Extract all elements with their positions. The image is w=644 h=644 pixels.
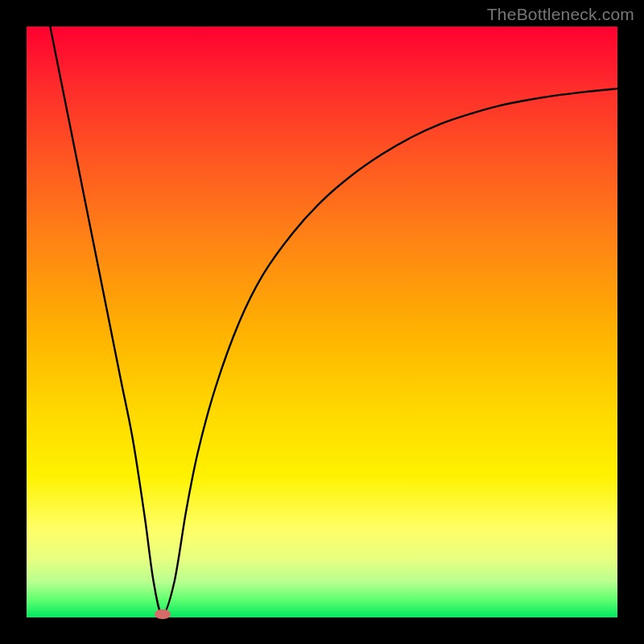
chart-frame: TheBottleneck.com bbox=[0, 0, 644, 644]
bottleneck-curve bbox=[27, 27, 617, 617]
minimum-marker bbox=[155, 609, 171, 619]
plot-area bbox=[27, 27, 617, 617]
watermark-text: TheBottleneck.com bbox=[487, 5, 634, 24]
